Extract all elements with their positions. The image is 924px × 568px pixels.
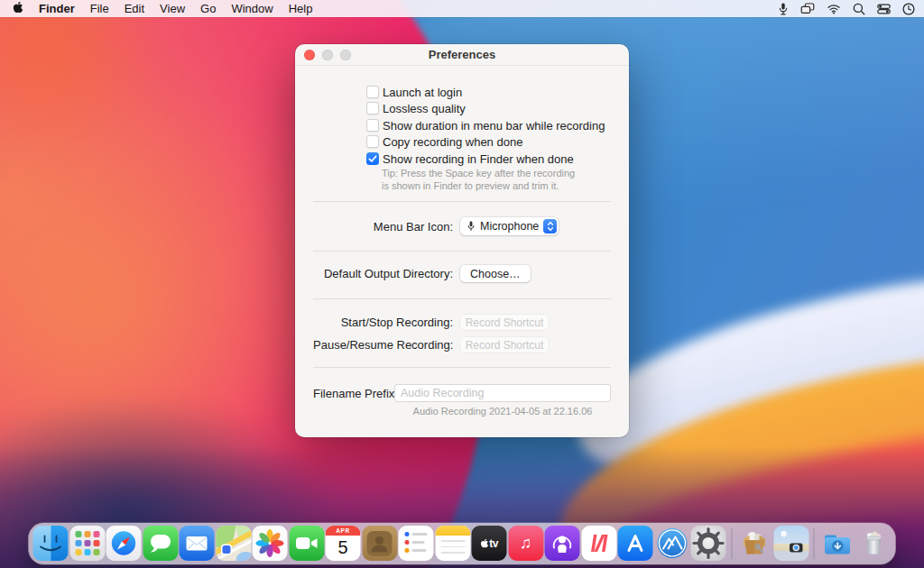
separator	[313, 367, 611, 368]
dock-item-app-store[interactable]	[618, 526, 653, 561]
dock-item-mountain-app[interactable]	[654, 526, 689, 561]
dock-item-finder[interactable]	[33, 526, 69, 561]
choose-button[interactable]: Choose…	[460, 265, 531, 282]
dock-item-launchpad[interactable]	[69, 526, 105, 561]
filename-preview: Audio Recording 2021-04-05 at 22.16.06	[394, 406, 611, 417]
menu-item-edit[interactable]: Edit	[125, 2, 144, 15]
checkbox-label: Copy recording when done	[383, 135, 522, 149]
dock-item-facetime[interactable]	[289, 526, 324, 561]
person-silhouette-icon	[367, 531, 393, 556]
dock-item-maps[interactable]	[216, 526, 251, 561]
separator	[313, 251, 611, 252]
checkbox-checked[interactable]	[366, 152, 379, 165]
checkbox-unchecked[interactable]	[366, 135, 379, 148]
output-directory-label: Default Output Directory:	[313, 267, 453, 280]
dock-item-messages[interactable]	[143, 526, 178, 561]
news-n-icon	[581, 526, 616, 561]
camera-icon	[773, 526, 808, 561]
popup-chevrons-icon	[543, 219, 557, 234]
notes-header	[435, 526, 470, 536]
menu-item-window[interactable]: Window	[231, 2, 273, 15]
dock-item-calendar[interactable]: APR 5	[326, 526, 361, 561]
envelope-icon	[180, 526, 215, 561]
dock-item-music[interactable]: ♫	[508, 526, 543, 561]
motorway-shield	[222, 545, 230, 554]
wifi-icon[interactable]	[827, 3, 841, 14]
menu-item-help[interactable]: Help	[289, 2, 313, 15]
menu-item-finder[interactable]: Finder	[39, 2, 75, 15]
dock-item-archive-box-app[interactable]	[737, 526, 772, 561]
microphone-icon[interactable]	[778, 2, 789, 16]
dock-item-tv[interactable]: tv	[472, 526, 507, 561]
checkbox-row-lossless-quality[interactable]: Lossless quality	[366, 101, 466, 115]
microphone-icon	[467, 220, 476, 233]
checkbox-row-show-in-finder[interactable]: Show recording in Finder when done	[366, 151, 574, 166]
tip-text: Tip: Press the Space key after the recor…	[382, 167, 575, 192]
gear-icon	[691, 526, 726, 561]
separator	[313, 298, 611, 299]
mountain-circle-icon	[654, 526, 689, 561]
apple-logo-icon[interactable]	[13, 1, 23, 16]
spotlight-search-icon[interactable]	[853, 3, 865, 15]
dock-item-downloads-folder[interactable]	[819, 526, 855, 561]
downloads-folder-icon	[819, 526, 855, 561]
window-titlebar[interactable]: Preferences	[295, 44, 629, 66]
record-shortcut-button: Record Shortcut	[460, 315, 549, 330]
dock-divider	[731, 528, 732, 559]
screen-mirroring-icon[interactable]	[800, 3, 815, 14]
separator	[313, 201, 611, 202]
open-box-icon	[737, 526, 772, 561]
dock-item-screenshot-app[interactable]	[773, 526, 808, 561]
dock-item-news[interactable]	[581, 526, 616, 561]
dock-item-notes[interactable]	[435, 526, 470, 561]
filename-prefix-input[interactable]	[394, 384, 611, 402]
filename-prefix-label: Filename Prefix:	[313, 387, 387, 400]
dock-item-mail[interactable]	[180, 526, 215, 561]
calendar-month: APR	[326, 526, 361, 536]
finder-face-icon	[33, 526, 69, 561]
checkbox-row-copy-recording[interactable]: Copy recording when done	[366, 134, 522, 149]
dock-item-trash[interactable]	[856, 526, 892, 561]
dock-item-contacts[interactable]	[362, 526, 397, 561]
checkbox-unchecked[interactable]	[366, 86, 379, 98]
menu-item-file[interactable]: File	[90, 2, 109, 15]
menu-bar: Finder File Edit View Go Window Help	[0, 0, 924, 17]
dock-item-system-preferences[interactable]	[691, 526, 726, 561]
menu-bar-status-area	[778, 2, 924, 16]
dock-item-photos[interactable]	[253, 526, 288, 561]
output-directory-row: Default Output Directory: Choose…	[313, 265, 611, 282]
clock-icon[interactable]	[902, 3, 915, 15]
calendar-day: 5	[326, 536, 361, 560]
menu-bar-icon-label: Menu Bar Icon:	[313, 220, 453, 234]
menu-bar-icon-popup[interactable]: Microphone	[460, 217, 559, 235]
checkbox-unchecked[interactable]	[366, 119, 379, 132]
pause-resume-label: Pause/Resume Recording:	[313, 338, 453, 352]
control-center-icon[interactable]	[877, 4, 891, 14]
contact-card	[367, 531, 393, 556]
checkbox-unchecked[interactable]	[366, 102, 379, 115]
checkbox-row-show-duration[interactable]: Show duration in menu bar while recordin…	[366, 118, 605, 133]
trash-can-icon	[856, 526, 892, 561]
dock-item-podcasts[interactable]	[545, 526, 580, 561]
window-controls	[304, 50, 351, 60]
compass-icon	[106, 526, 142, 561]
pause-resume-shortcut-row: Pause/Resume Recording: Record Shortcut	[313, 337, 611, 353]
flower-icon	[253, 526, 288, 561]
checkbox-row-launch-at-login[interactable]: Launch at login	[366, 85, 462, 99]
app-store-a-icon	[618, 526, 653, 561]
podcasts-person-icon	[545, 526, 580, 561]
minimize-button	[322, 50, 333, 60]
menu-bar-icon-row: Menu Bar Icon: Microphone	[313, 217, 611, 235]
checkbox-label: Lossless quality	[383, 102, 466, 115]
menu-item-view[interactable]: View	[160, 2, 185, 15]
menu-item-go[interactable]: Go	[200, 2, 216, 15]
dock-item-safari[interactable]	[106, 526, 142, 561]
checkbox-label: Launch at login	[383, 86, 462, 99]
apple-logo-icon	[480, 538, 488, 548]
tv-label: tv	[489, 537, 498, 550]
dock-item-reminders[interactable]	[399, 526, 434, 561]
close-button[interactable]	[304, 50, 315, 60]
checkbox-label: Show duration in menu bar while recordin…	[383, 119, 605, 133]
dock-divider	[814, 528, 815, 559]
record-shortcut-button: Record Shortcut	[460, 337, 549, 353]
